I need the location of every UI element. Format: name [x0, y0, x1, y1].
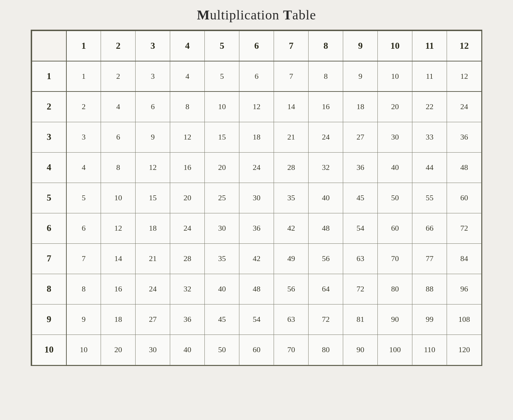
cell-1-10: 10	[378, 61, 412, 91]
col-header-11: 11	[412, 31, 447, 61]
cell-1-3: 3	[136, 61, 170, 91]
cell-9-10: 90	[378, 304, 412, 335]
cell-2-9: 18	[343, 91, 378, 122]
cell-10-12: 120	[447, 335, 482, 365]
cell-8-10: 80	[378, 274, 412, 304]
cell-5-12: 60	[447, 183, 482, 213]
cell-5-1: 5	[66, 183, 101, 213]
row-header-8: 8	[32, 274, 66, 304]
cell-1-1: 1	[66, 61, 101, 91]
col-header-5: 5	[205, 31, 239, 61]
cell-2-3: 6	[136, 91, 170, 122]
cell-7-11: 77	[412, 243, 447, 274]
cell-6-7: 42	[274, 213, 309, 243]
cell-1-5: 5	[205, 61, 239, 91]
cell-8-7: 56	[274, 274, 309, 304]
row-header-7: 7	[32, 243, 66, 274]
cell-4-2: 8	[101, 152, 136, 183]
cell-8-3: 24	[136, 274, 170, 304]
cell-2-1: 2	[66, 91, 101, 122]
col-header-7: 7	[274, 31, 309, 61]
cell-10-7: 70	[274, 335, 309, 365]
table-row: 224681012141618202224	[32, 91, 482, 122]
table-row: 1123456789101112	[32, 61, 482, 91]
cell-6-2: 12	[101, 213, 136, 243]
cell-10-3: 30	[136, 335, 170, 365]
cell-8-6: 48	[239, 274, 274, 304]
cell-3-9: 27	[343, 122, 378, 152]
title-text: Multiplication Table	[197, 7, 316, 22]
table-row: 3369121518212427303336	[32, 122, 482, 152]
cell-9-3: 27	[136, 304, 170, 335]
cell-4-3: 12	[136, 152, 170, 183]
cell-7-4: 28	[170, 243, 205, 274]
cell-9-9: 81	[343, 304, 378, 335]
cell-7-9: 63	[343, 243, 378, 274]
cell-7-12: 84	[447, 243, 482, 274]
cell-6-9: 54	[343, 213, 378, 243]
cell-7-7: 49	[274, 243, 309, 274]
cell-7-8: 56	[309, 243, 343, 274]
col-header-3: 3	[136, 31, 170, 61]
cell-3-4: 12	[170, 122, 205, 152]
cell-4-10: 40	[378, 152, 412, 183]
cell-4-1: 4	[66, 152, 101, 183]
col-header-2: 2	[101, 31, 136, 61]
cell-2-12: 24	[447, 91, 482, 122]
col-header-1: 1	[66, 31, 101, 61]
page-title: Multiplication Table	[197, 7, 316, 23]
cell-6-4: 24	[170, 213, 205, 243]
cell-4-9: 36	[343, 152, 378, 183]
cell-5-8: 40	[309, 183, 343, 213]
row-header-6: 6	[32, 213, 66, 243]
table-row: 881624324048566472808896	[32, 274, 482, 304]
cell-2-4: 8	[170, 91, 205, 122]
cell-7-2: 14	[101, 243, 136, 274]
cell-3-3: 9	[136, 122, 170, 152]
cell-9-6: 54	[239, 304, 274, 335]
cell-1-9: 9	[343, 61, 378, 91]
cell-4-4: 16	[170, 152, 205, 183]
cell-5-7: 35	[274, 183, 309, 213]
cell-3-11: 33	[412, 122, 447, 152]
cell-9-8: 72	[309, 304, 343, 335]
cell-10-9: 90	[343, 335, 378, 365]
cell-8-5: 40	[205, 274, 239, 304]
table-body: 1123456789101112224681012141618202224336…	[32, 61, 482, 365]
col-header-4: 4	[170, 31, 205, 61]
multiplication-table-container: 123456789101112 112345678910111222468101…	[31, 30, 483, 366]
cell-3-1: 3	[66, 122, 101, 152]
cell-7-1: 7	[66, 243, 101, 274]
cell-1-11: 11	[412, 61, 447, 91]
cell-2-10: 20	[378, 91, 412, 122]
cell-6-1: 6	[66, 213, 101, 243]
cell-7-10: 70	[378, 243, 412, 274]
cell-5-9: 45	[343, 183, 378, 213]
cell-2-2: 4	[101, 91, 136, 122]
cell-6-8: 48	[309, 213, 343, 243]
cell-1-8: 8	[309, 61, 343, 91]
cell-8-9: 72	[343, 274, 378, 304]
cell-3-12: 36	[447, 122, 482, 152]
cell-8-12: 96	[447, 274, 482, 304]
cell-6-3: 18	[136, 213, 170, 243]
table-row: 551015202530354045505560	[32, 183, 482, 213]
cell-2-7: 14	[274, 91, 309, 122]
cell-1-4: 4	[170, 61, 205, 91]
cell-8-1: 8	[66, 274, 101, 304]
corner-cell	[32, 31, 66, 61]
table-row: 661218243036424854606672	[32, 213, 482, 243]
cell-9-12: 108	[447, 304, 482, 335]
cell-10-4: 40	[170, 335, 205, 365]
table-header: 123456789101112	[32, 31, 482, 61]
cell-6-5: 30	[205, 213, 239, 243]
cell-6-10: 60	[378, 213, 412, 243]
col-header-8: 8	[309, 31, 343, 61]
table-row: 771421283542495663707784	[32, 243, 482, 274]
cell-5-2: 10	[101, 183, 136, 213]
col-header-9: 9	[343, 31, 378, 61]
cell-10-11: 110	[412, 335, 447, 365]
cell-4-12: 48	[447, 152, 482, 183]
cell-5-6: 30	[239, 183, 274, 213]
cell-4-5: 20	[205, 152, 239, 183]
